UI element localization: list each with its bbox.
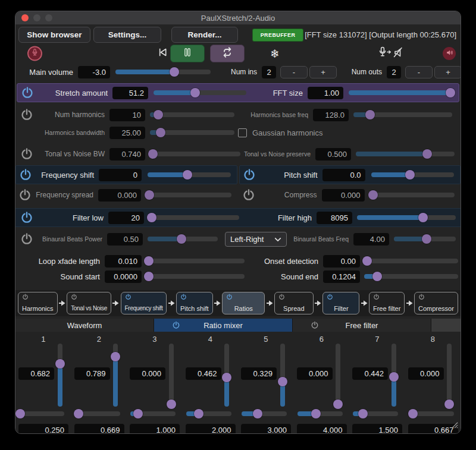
filter-low-slider[interactable] bbox=[149, 213, 239, 222]
stretch-power-icon[interactable] bbox=[21, 86, 34, 99]
mixer-level-slider[interactable] bbox=[111, 344, 120, 407]
mixer-level-value[interactable]: 0.000 bbox=[297, 367, 333, 380]
mixer-level-slider[interactable] bbox=[444, 344, 454, 407]
mixer-level-slider[interactable] bbox=[333, 344, 343, 407]
mixer-level-slider[interactable] bbox=[167, 344, 176, 407]
power-icon[interactable] bbox=[418, 294, 425, 300]
sound-start-slider[interactable] bbox=[146, 272, 245, 281]
mixer-level-value[interactable]: 0.000 bbox=[408, 367, 444, 380]
prebuffer-indicator[interactable]: PREBUFFER bbox=[252, 29, 303, 42]
frequency-shift-value[interactable]: 0 bbox=[99, 169, 142, 181]
power-icon[interactable] bbox=[71, 294, 77, 300]
chain-module-spread[interactable]: Spread bbox=[274, 292, 314, 314]
tonal-noise-bw-value[interactable]: 0.740 bbox=[109, 148, 145, 161]
tonal-noise-preserve-slider[interactable] bbox=[356, 149, 455, 159]
mixer-ratio-value[interactable]: 3.000 bbox=[241, 424, 291, 434]
power-icon[interactable] bbox=[373, 294, 380, 300]
mixer-ratio-slider[interactable] bbox=[409, 409, 454, 418]
tab-free-filter[interactable]: Free filter bbox=[293, 319, 431, 332]
tonal-noise-preserve-value[interactable]: 0.500 bbox=[315, 148, 351, 161]
input-monitor-button[interactable] bbox=[377, 45, 408, 62]
onset-detection-value[interactable]: 0.00 bbox=[323, 255, 360, 268]
power-icon[interactable] bbox=[311, 321, 319, 329]
pitch-shift-power-icon[interactable] bbox=[243, 168, 256, 181]
power-icon[interactable] bbox=[327, 294, 333, 300]
loop-xfade-value[interactable]: 0.010 bbox=[105, 255, 142, 268]
filter-high-value[interactable]: 8095 bbox=[317, 212, 352, 224]
compress-value[interactable]: 0.000 bbox=[322, 189, 365, 202]
pitch-shift-slider[interactable] bbox=[371, 170, 455, 180]
filter-power-icon[interactable] bbox=[20, 211, 33, 224]
binaural-power-value[interactable]: 0.50 bbox=[107, 233, 143, 246]
mixer-ratio-value[interactable]: 0.250 bbox=[18, 424, 68, 434]
tonal-noise-bw-slider[interactable] bbox=[150, 149, 240, 159]
gaussian-harmonics-checkbox[interactable] bbox=[238, 128, 247, 137]
tab-waveform[interactable]: Waveform bbox=[15, 319, 154, 332]
mixer-ratio-slider[interactable] bbox=[19, 409, 64, 418]
mixer-level-value[interactable]: 0.442 bbox=[352, 367, 388, 380]
mixer-level-value[interactable]: 0.789 bbox=[74, 367, 110, 380]
fft-size-slider[interactable] bbox=[349, 88, 455, 97]
mixer-ratio-slider[interactable] bbox=[298, 409, 343, 418]
num-harmonics-slider[interactable] bbox=[150, 110, 234, 119]
main-volume-value[interactable]: -3.0 bbox=[78, 66, 110, 78]
power-icon[interactable] bbox=[22, 294, 29, 300]
power-icon[interactable] bbox=[278, 294, 285, 300]
sound-start-value[interactable]: 0.0000 bbox=[105, 270, 142, 283]
output-mute-button[interactable] bbox=[443, 47, 456, 60]
chain-module-tonal-vs-noise[interactable]: Tonal vs Noise bbox=[67, 292, 111, 314]
freeze-button[interactable]: ❄ bbox=[270, 48, 280, 59]
sound-end-value[interactable]: 0.1204 bbox=[323, 270, 360, 283]
harmonics-bandwidth-value[interactable]: 25.00 bbox=[109, 127, 145, 139]
num-outs-decrement-button[interactable]: - bbox=[405, 66, 433, 78]
mixer-level-value[interactable]: 0.682 bbox=[18, 367, 54, 380]
chain-module-free-filter[interactable]: Free filter bbox=[369, 292, 405, 314]
num-outs-value[interactable]: 2 bbox=[387, 66, 401, 78]
mixer-ratio-slider[interactable] bbox=[130, 409, 176, 418]
chain-module-frequency-shift[interactable]: Frequency shift bbox=[121, 292, 167, 314]
num-harmonics-value[interactable]: 10 bbox=[109, 109, 145, 121]
power-icon[interactable] bbox=[180, 294, 187, 300]
mixer-level-slider[interactable] bbox=[389, 344, 399, 407]
frequency-spread-value[interactable]: 0.000 bbox=[98, 189, 141, 202]
harmonics-bandwidth-slider[interactable] bbox=[150, 128, 234, 137]
chain-module-compressor[interactable]: Compressor bbox=[414, 292, 458, 314]
mixer-level-slider[interactable] bbox=[222, 344, 231, 407]
power-icon[interactable] bbox=[125, 294, 131, 300]
mixer-level-value[interactable]: 0.329 bbox=[241, 367, 277, 380]
mixer-ratio-slider[interactable] bbox=[353, 409, 398, 418]
frequency-spread-slider[interactable] bbox=[147, 190, 231, 200]
binaural-power-icon[interactable] bbox=[20, 232, 33, 246]
num-outs-increment-button[interactable]: + bbox=[434, 66, 461, 78]
mixer-level-slider[interactable] bbox=[55, 344, 65, 407]
tab-ratio-mixer[interactable]: Ratio mixer bbox=[154, 319, 293, 332]
frequency-shift-slider[interactable] bbox=[148, 170, 231, 180]
mixer-ratio-value[interactable]: 2.000 bbox=[186, 424, 236, 434]
frequency-shift-power-icon[interactable] bbox=[19, 168, 32, 181]
binaural-freq-slider[interactable] bbox=[394, 234, 456, 244]
mixer-ratio-slider[interactable] bbox=[75, 409, 120, 418]
mixer-ratio-slider[interactable] bbox=[242, 409, 287, 418]
frequency-spread-power-icon[interactable] bbox=[18, 188, 32, 202]
num-ins-increment-button[interactable]: + bbox=[309, 66, 337, 78]
num-ins-decrement-button[interactable]: - bbox=[280, 66, 308, 78]
mixer-ratio-value[interactable]: 0.669 bbox=[74, 424, 124, 434]
loop-button[interactable] bbox=[210, 45, 245, 62]
power-icon[interactable] bbox=[226, 294, 233, 300]
sound-end-slider[interactable] bbox=[364, 272, 458, 281]
binaural-power-slider[interactable] bbox=[148, 234, 218, 244]
chain-module-filter[interactable]: Filter bbox=[322, 292, 359, 314]
chain-module-pitch-shift[interactable]: Pitch shift bbox=[176, 292, 213, 314]
resize-grip[interactable] bbox=[450, 420, 459, 432]
mixer-ratio-value[interactable]: 1.500 bbox=[352, 424, 402, 434]
record-button[interactable] bbox=[27, 46, 42, 61]
mixer-level-value[interactable]: 0.000 bbox=[130, 367, 165, 380]
filter-high-slider[interactable] bbox=[357, 213, 456, 222]
mixer-level-slider[interactable] bbox=[278, 344, 287, 407]
harmonics-base-freq-slider[interactable] bbox=[353, 110, 452, 119]
pitch-shift-value[interactable]: 0.0 bbox=[322, 169, 365, 181]
chain-module-harmonics[interactable]: Harmonics bbox=[18, 292, 58, 314]
power-icon[interactable] bbox=[172, 321, 180, 329]
mixer-ratio-value[interactable]: 4.000 bbox=[297, 424, 347, 434]
settings-button[interactable]: Settings... bbox=[93, 27, 161, 43]
